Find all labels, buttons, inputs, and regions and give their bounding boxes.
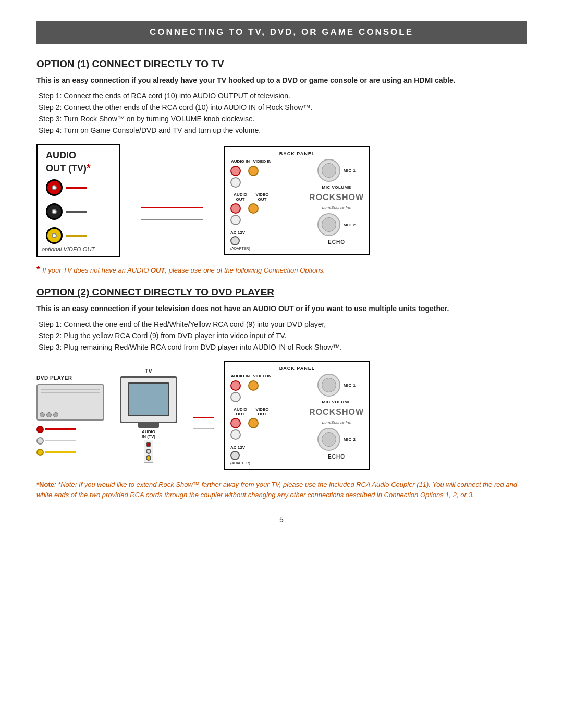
fp-col-labels-out-2: AUDIO OUT VIDEO OUT [230, 407, 305, 416]
fp-lumisource-2: LumiSource Inc [322, 420, 351, 425]
fp-audio-out-group-2 [230, 418, 241, 440]
tv-screen [128, 382, 169, 416]
fp-mic2-grill-inner [322, 217, 336, 232]
fp-logo: ROCKSHOW [309, 193, 364, 202]
tv-bottom: AUDIOIN (TV) [142, 429, 155, 463]
fp-audio-in-group-2 [230, 380, 241, 402]
wire2-white [193, 428, 214, 429]
fp-ac-label-2: AC 12V [230, 445, 245, 450]
tv-box-title: AUDIO OUT (TV)* [46, 150, 91, 174]
tv-body [120, 376, 177, 423]
rca-red-wire [66, 187, 87, 189]
option1-intro: This is an easy connection if you alread… [36, 76, 527, 84]
option2-step2: Step 2: Plug the yellow RCA Cord (9) fro… [36, 331, 527, 340]
tv-jack-yellow [146, 455, 151, 461]
option1-asterisk-note: * If your TV does not have an AUDIO OUT,… [36, 265, 527, 275]
fp-mic2-grill-inner-2 [322, 432, 336, 447]
option1-step2: Step 2: Connect the other ends of the RC… [36, 103, 527, 112]
fp-jack-audio-out-red [230, 203, 241, 214]
back-panel-1: BACK PANEL AUDIO IN VIDEO IN [224, 146, 370, 255]
fp-mic2-grill-2 [317, 428, 340, 451]
rca-yellow-circle [46, 227, 63, 244]
fp-video-out-label: VIDEO OUT [252, 192, 272, 202]
option2-intro: This is an easy connection if your telev… [36, 304, 527, 313]
tv-label-dvd: TV [145, 368, 152, 374]
fp-audio-in-group [230, 166, 241, 188]
fp-audio-out-label-2: AUDIO OUT [230, 407, 250, 416]
option2-step1: Step 1: Connect the one end of the Red/W… [36, 320, 527, 328]
fp-ac: AC 12V (ADAPTER) [230, 230, 305, 250]
fp-col-labels-in-2: AUDIO IN VIDEO IN [230, 374, 305, 378]
fp-in-jacks [230, 166, 305, 188]
fp-inner-1: AUDIO IN VIDEO IN [230, 159, 364, 250]
wire2-red [193, 417, 214, 418]
wire-white [141, 219, 203, 220]
asterisk-marker: * [87, 162, 91, 174]
fp-out-jacks [230, 203, 305, 225]
dvd-wire-white [36, 437, 76, 445]
fp-video-in-label: VIDEO IN [252, 159, 272, 164]
page-number: 5 [36, 515, 527, 524]
fp-mic-vol-label-2: MIC VOLUME [322, 400, 351, 404]
fp-right-1: MIC 1 MIC VOLUME ROCKSHOW LumiSource Inc… [309, 159, 364, 250]
tv-audio-out-box: AUDIO OUT (TV)* [36, 144, 120, 257]
fp-mic2-row-2: MIC 2 [317, 428, 356, 451]
fp-video-out-label-2: VIDEO OUT [252, 407, 272, 416]
rca-red-circle [46, 179, 63, 196]
fp-mic1-grill-inner-2 [322, 378, 336, 392]
option2-section: OPTION (2) CONNECT DIRECTLY TO DVD PLAYE… [36, 287, 527, 500]
fp-inner-2: AUDIO IN VIDEO IN [230, 374, 364, 465]
fp-col-labels-out: AUDIO OUT VIDEO OUT [230, 192, 305, 202]
fp-jack-audio-out-white-2 [230, 429, 241, 440]
rca-yellow-wire [66, 235, 87, 237]
page: CONNECTING TO TV, DVD, OR GAME CONSOLE O… [0, 0, 563, 728]
fp-jack-video-out-2 [248, 418, 259, 428]
fp-mic1-label-2: MIC 1 [344, 383, 356, 388]
fp-jack-audio-in-white [230, 177, 241, 188]
rca-yellow-inner [52, 233, 57, 238]
fp-ac-jack-2 [230, 451, 240, 460]
wire-red [141, 207, 203, 208]
fp-mic-vol-label: MIC VOLUME [322, 185, 351, 190]
optional-video-out: optional VIDEO OUT [42, 246, 95, 252]
fp-ac-jack [230, 236, 240, 245]
fp-mic1-label: MIC 1 [344, 168, 356, 173]
rca-black-inner [52, 209, 57, 214]
rca-black [46, 203, 87, 220]
option1-step1: Step 1: Connect the ends of RCA cord (10… [36, 92, 527, 100]
fp-mic2-label: MIC 2 [344, 223, 356, 227]
fp-audio-out-group [230, 203, 241, 225]
bottom-note: *Note: *Note: If you would like to exten… [36, 479, 527, 500]
tv-audio-in-label: AUDIOIN (TV) [142, 429, 155, 439]
fp-jack-video-in [248, 166, 259, 176]
fp-right-2: MIC 1 MIC VOLUME ROCKSHOW LumiSource Inc… [309, 374, 364, 465]
fp-mic1-grill [317, 159, 340, 182]
dvd-wire-red [36, 426, 76, 433]
fp-lumisource: LumiSource Inc [322, 205, 351, 210]
fp-mic1-row: MIC 1 [317, 159, 356, 182]
back-panel-2: BACK PANEL AUDIO IN VIDEO IN [224, 361, 370, 470]
fp-mic1-grill-inner [322, 163, 336, 178]
fp-mic2-grill [317, 213, 340, 236]
fp-adapter-label-2: (ADAPTER) [230, 461, 250, 465]
dvd-buttons [40, 412, 101, 417]
rca-red [46, 179, 87, 196]
header-banner: CONNECTING TO TV, DVD, OR GAME CONSOLE [36, 21, 527, 44]
tv-jack-red [146, 442, 151, 447]
tv-jack-white [146, 449, 151, 454]
option1-step4: Step 4: Turn on Game Console/DVD and TV … [36, 126, 527, 134]
tv-stand [138, 423, 159, 428]
dvd-wire-yellow [36, 449, 76, 456]
back-panel-label-2: BACK PANEL [230, 366, 364, 371]
option2-diagram: DVD PLAYER [36, 361, 527, 470]
fp-left-1: AUDIO IN VIDEO IN [230, 159, 305, 250]
fp-in-jacks-2 [230, 380, 305, 402]
rca-black-wire [66, 211, 87, 213]
fp-jack-video-out [248, 203, 259, 214]
back-panel-label-1: BACK PANEL [230, 151, 364, 156]
option1-wires [141, 181, 203, 220]
option2-step3: Step 3: Plug remaining Red/White RCA cor… [36, 343, 527, 351]
fp-jack-audio-in-red-2 [230, 380, 241, 391]
fp-video-in-group-2 [248, 380, 259, 402]
fp-echo-label: ECHO [328, 239, 345, 245]
